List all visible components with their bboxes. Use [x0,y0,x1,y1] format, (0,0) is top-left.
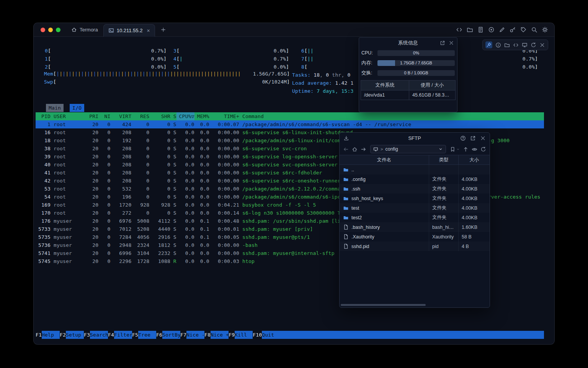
edit-icon[interactable] [499,26,505,33]
close-icon[interactable] [480,135,486,141]
file-size: 4.00KB [459,194,490,203]
arrow-up-icon[interactable] [463,146,469,152]
external-link-icon[interactable] [470,135,476,141]
home-icon[interactable] [352,146,358,152]
fkey-label[interactable]: Search [90,331,108,339]
fkey-label[interactable]: SortBy [162,331,180,339]
column-size[interactable]: 大小 [459,155,490,164]
file-row[interactable]: .config 文件夹 4.00KB [340,174,490,184]
help-icon[interactable] [460,135,466,141]
sysinfo-meter-row: CPU:0% [359,48,457,58]
search-icon[interactable] [531,26,537,33]
column-type[interactable]: 类型 [429,155,459,164]
close-icon[interactable] [539,42,545,48]
fkey-f8[interactable]: F8 [204,331,211,339]
fkey-f6[interactable]: F6 [156,331,162,339]
refresh-icon[interactable] [531,42,536,48]
bookmark-group[interactable] [450,146,460,152]
column-s[interactable]: S [170,112,176,120]
column-cpu[interactable]: CPU%▽ [176,112,194,120]
fkey-f2[interactable]: F2 [60,331,66,339]
htop-tab-io[interactable]: I/O [70,104,84,112]
column-pid[interactable]: PID [36,112,51,120]
close-window-button[interactable] [41,28,45,32]
process-row[interactable]: 1root20042400S0.00.00:00.07/package/admi… [36,120,544,128]
file-type: 文件夹 [429,213,459,222]
fkey-label[interactable]: Nice + [211,331,229,339]
column-user[interactable]: USER [51,112,83,120]
column-res[interactable]: RES [131,112,149,120]
key-icon[interactable] [510,26,516,33]
fkey-f9[interactable]: F9 [229,331,235,339]
info-icon[interactable] [495,42,501,48]
fkey-f10[interactable]: F10 [253,331,262,339]
htop-screen-tabs: MainI/O [46,104,84,112]
panel-toolbar [482,39,548,50]
external-link-icon[interactable] [440,40,445,46]
fkey-label[interactable]: Tree [138,331,156,339]
tab-ssh-session[interactable]: 10.211.55.2 × [103,24,155,37]
scrollbar-thumb[interactable] [341,304,426,306]
minimize-window-button[interactable] [48,28,53,32]
back-icon[interactable] [343,146,349,152]
file-row[interactable]: .bash_history bash_hi… 1.60KB [340,222,490,232]
highlight-icon[interactable] [520,26,527,33]
record-icon[interactable] [488,26,495,33]
folder-icon[interactable] [467,26,473,33]
column-mem[interactable]: MEM% [194,112,209,120]
path-breadcrumb[interactable]: > config [370,145,446,153]
forward-icon[interactable] [361,146,366,152]
column-filename[interactable]: 文件名 [340,155,429,164]
folder-icon [343,167,349,172]
chevron-down-icon[interactable] [438,147,443,151]
file-row[interactable]: .ssh 文件夹 4.00KB [340,184,490,194]
tab-close-icon[interactable]: × [147,28,150,33]
fkey-label[interactable]: Help [42,331,60,339]
file-row[interactable]: test2 文件夹 4.00KB [340,213,490,222]
column-shr[interactable]: SHR [149,112,170,120]
file-icon [343,243,349,249]
close-icon[interactable] [449,40,454,46]
folder-icon[interactable] [504,42,510,48]
file-table-header: 文件名 类型 大小 [340,155,490,165]
file-name: .config [351,177,366,182]
log-icon[interactable] [477,26,484,33]
file-row[interactable]: .Xauthority Xauthority 58 B [340,232,490,242]
tab-termora-home[interactable]: Termora [66,23,103,37]
fkey-f7[interactable]: F7 [180,331,186,339]
refresh-icon[interactable] [480,146,486,152]
horizontal-scrollbar[interactable] [340,303,490,307]
settings-icon[interactable] [542,26,548,33]
fkey-label[interactable]: Filter [114,331,132,339]
column-ni[interactable]: NI [98,112,110,120]
fkey-f1[interactable]: F1 [36,331,42,339]
htop-tab-main[interactable]: Main [46,104,64,112]
fkey-f5[interactable]: F5 [132,331,138,339]
column-virt[interactable]: VIRT [111,112,132,120]
file-row[interactable]: .. [340,165,490,174]
file-row[interactable]: ssh_host_keys 文件夹 4.00KB [340,194,490,203]
tab-session-label: 10.211.55.2 [117,28,143,33]
file-row[interactable]: sshd.pid pid 4 B [340,242,490,251]
fkey-label[interactable]: Nice - [186,331,204,339]
code-icon[interactable] [456,26,462,33]
monitor-icon[interactable] [522,42,528,48]
new-tab-button[interactable] [160,27,166,33]
zoom-window-button[interactable] [56,28,60,32]
fkey-f4[interactable]: F4 [108,331,114,339]
eye-icon[interactable] [472,146,477,152]
file-icon [343,234,349,240]
code-icon[interactable] [513,42,519,48]
file-row[interactable]: test 文件夹 4.00KB [340,203,490,213]
column-time[interactable]: TIME+ [209,112,239,120]
breadcrumb-separator: > [381,147,383,151]
column-command[interactable]: Command [239,112,544,120]
column-pri[interactable]: PRI [83,112,98,120]
fkey-f3[interactable]: F3 [84,331,90,339]
pin-icon[interactable] [485,41,492,48]
tab-bar: Termora 10.211.55.2 × [34,23,554,37]
fkey-label[interactable]: Setup [66,331,84,339]
sftp-window: SFTP > config [339,132,490,308]
fkey-label[interactable]: Quit [262,331,280,339]
fkey-label[interactable]: Kill [235,331,253,339]
